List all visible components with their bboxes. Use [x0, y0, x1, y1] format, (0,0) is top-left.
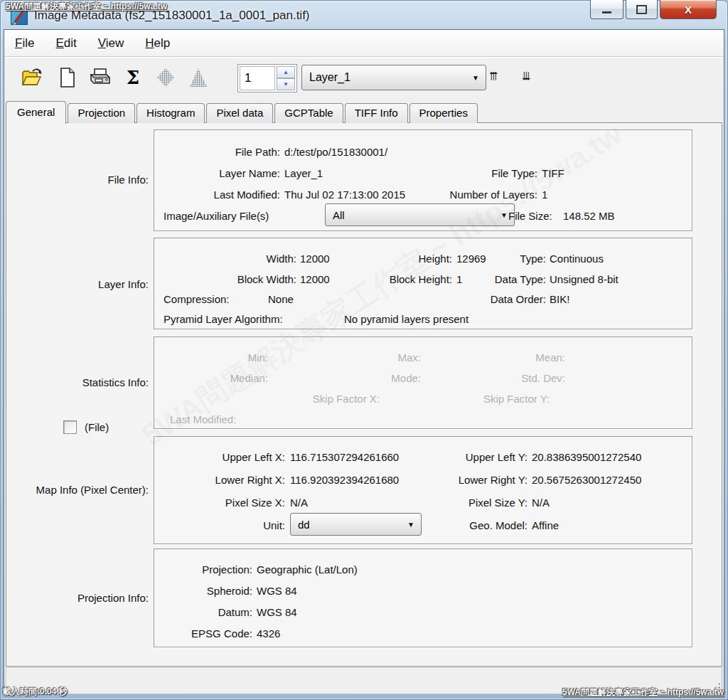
- stats-last-modified-label: Last Modified:: [170, 413, 236, 426]
- width-value: 12000: [300, 253, 330, 265]
- pixel-size-x-label: Pixel Size X:: [225, 497, 285, 509]
- block-height-value: 1: [456, 273, 462, 286]
- tab-projection[interactable]: Projection: [68, 103, 135, 123]
- sigma-icon: Σ: [127, 67, 139, 88]
- menu-edit[interactable]: Edit: [45, 33, 87, 53]
- data-order-value: BIK!: [550, 293, 569, 306]
- layer-name-label: Layer Name:: [219, 167, 280, 180]
- file-statistics-checkbox[interactable]: [63, 420, 77, 434]
- tab-tiff-info[interactable]: TIFF Info: [345, 103, 408, 123]
- unit-value: dd: [298, 519, 310, 531]
- block-width-value: 12000: [300, 273, 330, 286]
- last-modified-label: Last Modified:: [214, 189, 280, 201]
- data-type-value: Unsigned 8-bit: [550, 273, 619, 286]
- layer-select-combobox[interactable]: Layer_1 ▼: [301, 65, 486, 90]
- geo-model-value: Affine: [532, 519, 559, 532]
- projection-value: Geographic (Lat/Lon): [257, 563, 358, 576]
- unit-combobox[interactable]: dd ▼: [290, 513, 422, 536]
- file-type-value: TIFF: [542, 167, 564, 180]
- layer-info-group: Width: 12000 Height: 12969 Type: Continu…: [154, 238, 692, 329]
- file-type-label: File Type:: [491, 167, 537, 180]
- median-label: Median:: [230, 372, 268, 385]
- raise-layer-button[interactable]: ↑↑↑: [488, 67, 499, 83]
- general-tab-panel: 5WA問題解決專家工作室 ~ https://5wa.tw File Info:…: [6, 122, 722, 667]
- open-file-button[interactable]: [20, 65, 44, 90]
- toolbar: Σ ▲ ▼ Layer_1 ▼ ↑↑↑ ↓↓↓: [4, 58, 724, 99]
- layer-select-value: Layer_1: [309, 71, 350, 84]
- client-area: File Edit View Help: [4, 30, 724, 694]
- geo-model-label: Geo. Model:: [469, 519, 528, 532]
- file-path-label: File Path:: [235, 146, 280, 159]
- pixel-size-y-label: Pixel Size Y:: [469, 497, 528, 509]
- projection-label: Projection:: [202, 563, 252, 576]
- statistics-button[interactable]: Σ: [121, 65, 145, 90]
- compression-label: Compression:: [164, 293, 230, 306]
- caption-buttons: X: [590, 0, 717, 19]
- statistics-info-section-label: Statistics Info:: [82, 376, 149, 388]
- lower-right-y-label: Lower Right Y:: [459, 474, 528, 487]
- height-value: 12969: [456, 253, 486, 265]
- map-info-section-label: Map Info (Pixel Center):: [36, 484, 149, 496]
- menu-help[interactable]: Help: [134, 33, 181, 53]
- minimize-icon: [602, 11, 611, 14]
- tab-histogram[interactable]: Histogram: [136, 103, 205, 123]
- upper-left-y-label: Upper Left Y:: [466, 451, 528, 464]
- min-label: Min:: [248, 351, 268, 364]
- epsg-code-label: EPSG Code:: [191, 627, 252, 640]
- file-size-label: File Size:: [508, 210, 552, 223]
- file-size-value: 148.52 MB: [563, 210, 615, 223]
- lower-layer-button[interactable]: ↓↓↓: [520, 67, 532, 83]
- watermark-top: 5WA問題解決專家工作室 ~ https://5wa.tw: [6, 1, 167, 13]
- aux-files-value: All: [333, 209, 345, 221]
- new-document-icon: [60, 68, 75, 88]
- print-button[interactable]: [88, 65, 112, 90]
- pyramid-disabled-icon: [190, 68, 207, 87]
- menu-bar: File Edit View Help: [4, 30, 724, 57]
- mean-label: Mean:: [535, 351, 565, 364]
- lower-right-x-value: 116.920392394261680: [290, 474, 399, 487]
- mode-label: Mode:: [391, 372, 421, 385]
- spin-up-button[interactable]: ▲: [277, 66, 295, 78]
- pixel-size-x-value: N/A: [290, 497, 308, 509]
- new-file-button[interactable]: [55, 65, 80, 90]
- projection-info-group: Projection: Geographic (Lat/Lon) Spheroi…: [154, 548, 692, 647]
- tab-pixel-data[interactable]: Pixel data: [206, 103, 273, 123]
- file-info-section-label: File Info:: [107, 174, 149, 186]
- tab-gcptable[interactable]: GCPTable: [274, 103, 343, 123]
- block-height-label: Block Height:: [390, 273, 452, 286]
- file-info-group: File Path: d:/test/po/151830001/ Layer N…: [154, 129, 692, 231]
- stddev-label: Std. Dev:: [521, 372, 565, 385]
- close-button[interactable]: X: [660, 0, 717, 19]
- height-label: Height:: [418, 253, 452, 265]
- last-modified-value: Thu Jul 02 17:13:00 2015: [284, 189, 405, 201]
- layer-number-spinner: ▲ ▼: [237, 64, 297, 92]
- map-info-group: Upper Left X: 116.715307294261660 Upper …: [154, 436, 692, 544]
- pyramid-label: Pyramid Layer Algorithm:: [164, 313, 283, 326]
- menu-view[interactable]: View: [87, 33, 135, 53]
- open-folder-icon: [21, 68, 43, 87]
- statistics-info-group: Min: Max: Mean: Median: Mode: Std. Dev: …: [154, 336, 692, 429]
- pixel-size-y-value: N/A: [532, 497, 550, 509]
- data-order-label: Data Order:: [491, 293, 546, 306]
- file-statistics-checkbox-label: (File): [85, 421, 109, 433]
- tab-properties[interactable]: Properties: [410, 103, 478, 123]
- spheroid-label: Spheroid:: [207, 585, 252, 598]
- width-label: Width:: [266, 253, 296, 265]
- maximize-button[interactable]: [626, 0, 658, 19]
- block-width-label: Block Width:: [237, 273, 296, 286]
- compression-value: None: [268, 293, 294, 306]
- aux-files-label: Image/Auxiliary File(s): [164, 210, 269, 223]
- menu-file[interactable]: File: [4, 33, 45, 53]
- printer-icon: [90, 68, 111, 88]
- spin-down-button[interactable]: ▼: [277, 78, 295, 90]
- tab-general[interactable]: General: [6, 101, 66, 124]
- aux-files-combobox[interactable]: All ▼: [325, 203, 515, 226]
- datum-label: Datum:: [218, 606, 252, 619]
- watermark-bottom-right: 5WA問題解決專家工作室 ~ https://5wa.tw: [562, 686, 724, 699]
- minimize-button[interactable]: [590, 0, 623, 19]
- number-of-layers-label: Number of Layers:: [450, 189, 537, 201]
- data-type-label: Data Type:: [495, 273, 546, 286]
- unit-label: Unit:: [263, 519, 285, 532]
- layer-number-input[interactable]: [240, 66, 275, 90]
- pyramid-value: No pyramid layers present: [344, 313, 469, 326]
